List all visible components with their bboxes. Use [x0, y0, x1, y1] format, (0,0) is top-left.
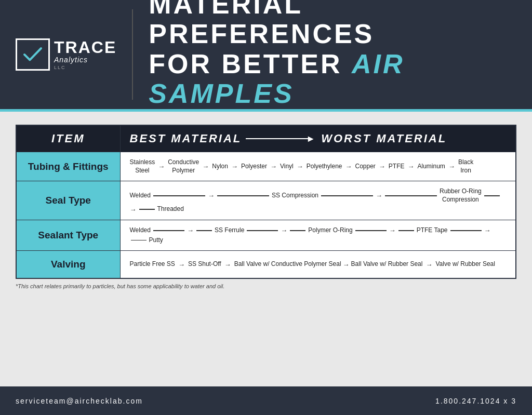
title-line1: MATERIAL PREFERENCES [149, 0, 374, 49]
flow-arrow [231, 163, 238, 170]
mat-item: Welded [130, 192, 151, 200]
header-arrow: ► [246, 133, 317, 144]
mat-item: Particle Free SS [130, 260, 175, 269]
item-cell-valving: Valving [16, 251, 120, 279]
flow-arrow: → [389, 226, 396, 234]
mat-item: ConductivePolymer [168, 158, 199, 175]
material-flow-valving: Particle Free SS SS Shut-Off Ball Valve … [130, 260, 507, 269]
mat-item: SS Shut-Off [188, 260, 221, 269]
flow-arrow [425, 261, 432, 269]
mat-item: PTFE Tape [417, 226, 448, 235]
dash-line [217, 195, 269, 196]
flow-arrow: → [343, 261, 350, 269]
mat-item: Ball Valve w/ Conductive Polymer Seal [234, 260, 341, 269]
checkmark-icon [22, 44, 43, 65]
material-flow-seal: Welded → SS Compression → Rubber O-RingC… [130, 188, 507, 213]
item-cell-sealant: Sealant Type [16, 220, 120, 250]
col-item-header: ITEM [16, 125, 120, 152]
logo-llc: LLC [54, 65, 116, 70]
dash-line [247, 230, 278, 231]
dash-line [153, 230, 184, 231]
mat-item: Polyester [241, 163, 267, 171]
item-cell-tubing: Tubing & Fittings [16, 152, 120, 181]
arrow-line [246, 138, 308, 139]
bottom-email: serviceteam@airchecklab.com [16, 397, 143, 405]
mat-item: StainlessSteel [130, 158, 155, 175]
flow-arrow [379, 163, 385, 170]
material-flow-tubing: StainlessSteel ConductivePolymer Nylon P… [130, 158, 507, 175]
mat-item: Valve w/ Rubber Seal [435, 260, 495, 269]
bottom-bar: serviceteam@airchecklab.com 1.800.247.10… [0, 386, 532, 415]
dash-line [484, 195, 500, 196]
mat-item: SS Ferrule [215, 226, 244, 235]
logo-area: TRACE Analytics LLC [16, 9, 133, 100]
material-flow-sealant: Welded → SS Ferrule → Polymer O-Ring → P… [130, 226, 507, 244]
best-material-label: BEST MATERIAL [130, 132, 242, 145]
dash-line [131, 240, 147, 241]
logo-text: TRACE Analytics LLC [54, 39, 116, 70]
mat-item: BlackIron [458, 158, 473, 175]
dash-line [139, 209, 155, 210]
flow-arrow [270, 163, 277, 170]
header: TRACE Analytics LLC MATERIAL PREFERENCES… [0, 0, 532, 109]
table-row: Valving Particle Free SS SS Shut-Off Bal… [16, 251, 516, 279]
mat-item: Threaded [157, 205, 184, 213]
header-text: MATERIAL PREFERENCES FOR BETTER AIR SAMP… [133, 0, 516, 119]
table-row: Sealant Type Welded → SS Ferrule → Polym… [16, 220, 516, 250]
worst-material-label: WORST MATERIAL [321, 132, 447, 145]
mat-item: Polyethylene [307, 163, 342, 171]
material-cell-tubing: StainlessSteel ConductivePolymer Nylon P… [120, 152, 516, 181]
mat-item: Welded [130, 226, 151, 235]
mat-item: Polymer O-Ring [308, 226, 352, 235]
material-table: ITEM BEST MATERIAL ► WORST MATERIAL [16, 125, 516, 279]
material-cell-valving: Particle Free SS SS Shut-Off Ball Valve … [120, 251, 516, 279]
mat-item: Putty [149, 236, 163, 245]
mat-item: PTFE [389, 163, 405, 171]
mat-item: Aluminum [418, 163, 445, 171]
flow-arrow [202, 163, 209, 170]
table-row: Tubing & Fittings StainlessSteel Conduct… [16, 152, 516, 181]
flow-arrow [345, 163, 352, 170]
dash-line [196, 230, 212, 231]
dash-line [290, 230, 305, 231]
flow-arrow [448, 163, 455, 170]
title-line2-normal: FOR BETTER [149, 49, 342, 79]
footer-note: *This chart relates primarily to particl… [16, 283, 516, 289]
header-arrow-container: BEST MATERIAL ► WORST MATERIAL [130, 132, 507, 145]
main-content: ITEM BEST MATERIAL ► WORST MATERIAL [0, 112, 532, 386]
material-cell-sealant: Welded → SS Ferrule → Polymer O-Ring → P… [120, 220, 516, 250]
mat-item: Nylon [212, 163, 228, 171]
mat-item: Vinyl [280, 163, 294, 171]
arrow-head: ► [306, 133, 317, 144]
flow-arrow: → [281, 226, 287, 234]
flow-arrow: → [187, 226, 194, 234]
flow-arrow [408, 163, 415, 170]
mat-item: Rubber O-RingCompression [440, 188, 482, 204]
table-row: Seal Type Welded → SS Compression → Rubb… [16, 181, 516, 220]
mat-item: SS Compression [272, 192, 318, 200]
dash-line [398, 230, 414, 231]
flow-arrow: → [208, 192, 215, 199]
flow-arrow [297, 163, 303, 170]
mat-item: Copper [355, 163, 375, 171]
flow-arrow: → [376, 192, 382, 199]
mat-item: Ball Valve w/ Rubber Seal [351, 260, 423, 269]
flow-arrow: → [484, 226, 491, 234]
dash-line [321, 195, 373, 196]
flow-arrow [158, 163, 165, 170]
material-cell-seal: Welded → SS Compression → Rubber O-RingC… [120, 181, 516, 220]
flow-arrow: → [130, 206, 137, 213]
dash-line [355, 230, 387, 231]
table-header-row: ITEM BEST MATERIAL ► WORST MATERIAL [16, 125, 516, 152]
bottom-phone: 1.800.247.1024 x 3 [435, 397, 516, 405]
logo-sub: Analytics [54, 56, 116, 64]
flow-arrow [224, 261, 231, 269]
flow-arrow [178, 261, 185, 269]
dash-line [153, 195, 205, 196]
col-material-header: BEST MATERIAL ► WORST MATERIAL [120, 125, 516, 152]
dash-line [450, 230, 482, 231]
dash-line [385, 195, 437, 196]
logo-brand: TRACE [54, 39, 116, 56]
header-title: MATERIAL PREFERENCES FOR BETTER AIR SAMP… [149, 0, 516, 109]
logo-box [16, 38, 50, 71]
